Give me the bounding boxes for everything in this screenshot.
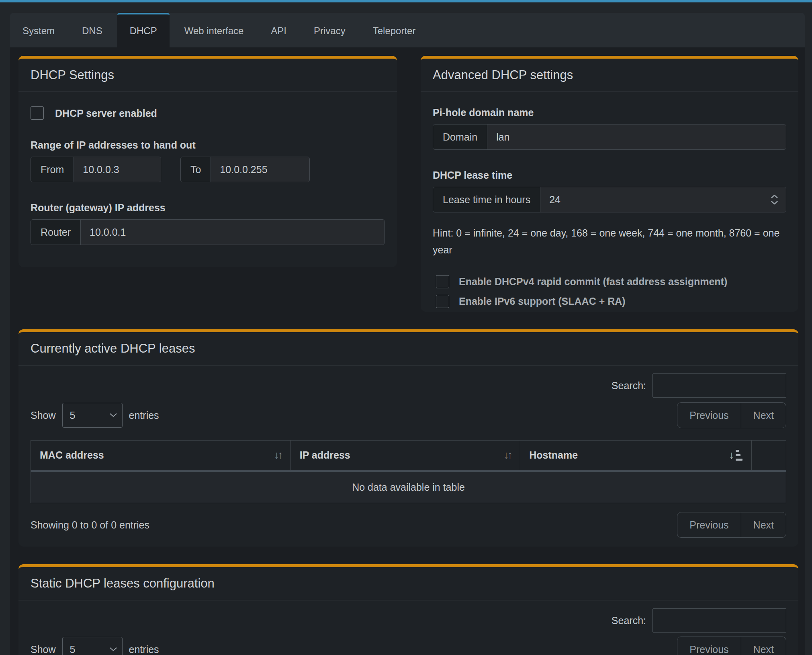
active-leases-header: Currently active DHCP leases	[18, 332, 798, 365]
entries-select[interactable]: 5	[62, 403, 123, 428]
hostname-column-header[interactable]: Hostname ↓	[520, 441, 751, 471]
next-button[interactable]: Next	[741, 512, 786, 537]
empty-table-message: No data available in table	[31, 471, 786, 503]
rapid-commit-label: Enable DHCPv4 rapid commit (fast address…	[459, 276, 727, 288]
sort-icon: ↓↑	[274, 449, 282, 461]
actions-column-header[interactable]	[751, 441, 786, 471]
from-addon-label: From	[31, 157, 74, 182]
ip-address-column-header[interactable]: IP address ↓↑	[290, 441, 520, 471]
static-leases-card: Static DHCP leases configuration Search:…	[18, 564, 798, 655]
dhcp-tab-content: DHCP Settings DHCP server enabled Range …	[10, 47, 805, 655]
lease-time-field[interactable]	[540, 187, 786, 212]
ipv6-support-checkbox[interactable]	[436, 295, 449, 308]
pagination-top: Previous Next	[677, 402, 786, 428]
static-leases-header: Static DHCP leases configuration	[18, 567, 798, 600]
router-ip-field[interactable]	[81, 220, 385, 245]
tab-web-interface[interactable]: Web interface	[172, 13, 256, 47]
active-leases-title: Currently active DHCP leases	[31, 341, 786, 356]
sort-descending-icon: ↓	[729, 449, 742, 462]
stepper-up-icon[interactable]	[771, 195, 778, 198]
lease-time-addon-label: Lease time in hours	[433, 187, 540, 212]
table-info-text: Showing 0 to 0 of 0 entries	[31, 519, 149, 531]
tab-api[interactable]: API	[258, 13, 299, 47]
ip-range-label: Range of IP addresses to hand out	[31, 139, 385, 151]
top-accent-bar	[0, 0, 812, 2]
advanced-settings-header: Advanced DHCP settings	[421, 59, 798, 92]
search-label: Search:	[612, 380, 646, 392]
pagination-bottom: Previous Next	[677, 512, 786, 538]
previous-button[interactable]: Previous	[677, 403, 740, 428]
to-addon-label: To	[181, 157, 211, 182]
lease-time-stepper[interactable]	[771, 195, 778, 205]
previous-button[interactable]: Previous	[677, 512, 740, 537]
domain-addon-label: Domain	[433, 124, 487, 149]
settings-tab-bar: System DNS DHCP Web interface API Privac…	[10, 13, 805, 47]
rapid-commit-checkbox[interactable]	[436, 275, 449, 288]
range-to-field[interactable]	[211, 157, 309, 182]
dhcp-server-enabled-label: DHCP server enabled	[55, 107, 157, 119]
next-button[interactable]: Next	[741, 637, 786, 655]
advanced-settings-title: Advanced DHCP settings	[433, 67, 786, 83]
tab-system[interactable]: System	[10, 13, 67, 47]
router-ip-label: Router (gateway) IP address	[31, 202, 385, 214]
active-leases-card: Currently active DHCP leases Search: Sho…	[18, 329, 798, 547]
dhcp-server-enabled-checkbox[interactable]	[31, 106, 44, 120]
tab-teleporter[interactable]: Teleporter	[360, 13, 428, 47]
entries-select[interactable]: 5	[62, 637, 123, 655]
ip-address-column-label: IP address	[300, 449, 350, 461]
hostname-column-label: Hostname	[529, 449, 578, 461]
tab-privacy[interactable]: Privacy	[301, 13, 358, 47]
static-leases-title: Static DHCP leases configuration	[31, 576, 786, 591]
mac-address-column-label: MAC address	[40, 449, 104, 461]
pagination-top: Previous Next	[677, 637, 786, 655]
lease-time-hint: Hint: 0 = infinite, 24 = one day, 168 = …	[433, 224, 783, 258]
search-label: Search:	[612, 615, 646, 626]
static-leases-search-input[interactable]	[652, 608, 786, 633]
router-addon-label: Router	[31, 220, 81, 245]
domain-field[interactable]	[487, 124, 786, 149]
entries-label: entries	[129, 410, 159, 421]
dhcp-settings-card: DHCP Settings DHCP server enabled Range …	[18, 56, 397, 267]
dhcp-settings-header: DHCP Settings	[18, 59, 397, 92]
advanced-dhcp-settings-card: Advanced DHCP settings Pi-hole domain na…	[421, 56, 798, 312]
active-leases-table: MAC address ↓↑ IP address ↓↑	[31, 440, 786, 503]
ipv6-support-label: Enable IPv6 support (SLAAC + RA)	[459, 296, 626, 307]
tab-dns[interactable]: DNS	[70, 13, 115, 47]
domain-name-label: Pi-hole domain name	[433, 106, 786, 118]
show-label: Show	[31, 644, 56, 655]
active-leases-search-input[interactable]	[652, 373, 786, 398]
range-from-field[interactable]	[74, 157, 161, 182]
next-button[interactable]: Next	[741, 403, 786, 428]
table-empty-row: No data available in table	[31, 471, 786, 503]
dhcp-settings-title: DHCP Settings	[31, 67, 385, 83]
mac-address-column-header[interactable]: MAC address ↓↑	[31, 441, 291, 471]
lease-time-label: DHCP lease time	[433, 169, 786, 181]
tab-dhcp[interactable]: DHCP	[117, 13, 170, 47]
stepper-down-icon[interactable]	[771, 201, 778, 205]
entries-label: entries	[129, 644, 159, 655]
sort-icon: ↓↑	[503, 449, 511, 461]
previous-button[interactable]: Previous	[677, 637, 740, 655]
show-label: Show	[31, 410, 56, 421]
